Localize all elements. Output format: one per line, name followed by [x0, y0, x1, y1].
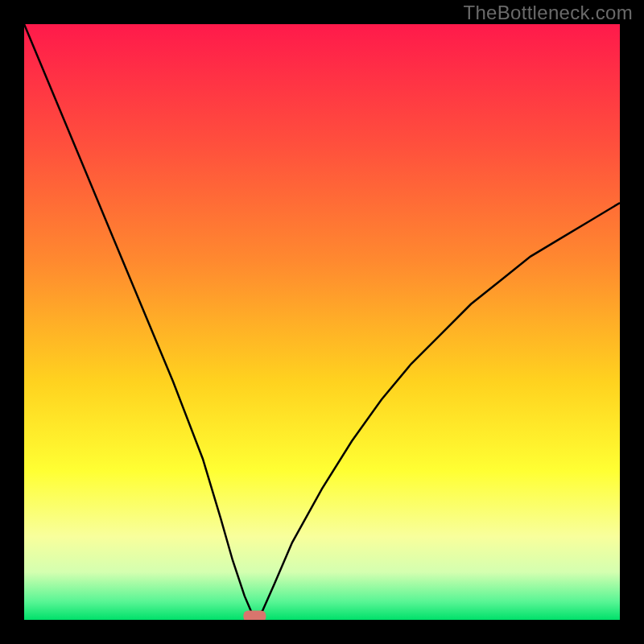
chart-svg	[24, 24, 620, 620]
chart-frame: TheBottleneck.com	[0, 0, 644, 644]
gradient-background	[24, 24, 620, 620]
plot-area	[24, 24, 620, 620]
watermark-text: TheBottleneck.com	[463, 2, 633, 24]
optimal-marker	[243, 611, 266, 620]
